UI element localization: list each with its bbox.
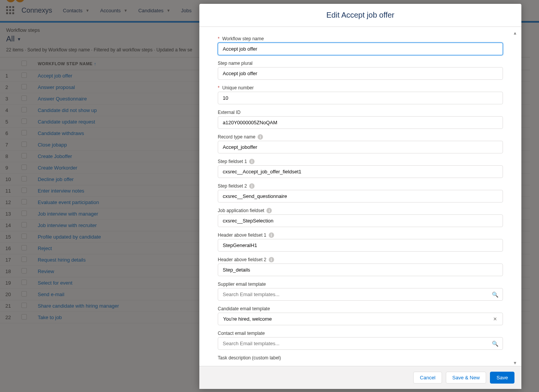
label-header2: Header above fieldset 2 (218, 257, 266, 262)
step-fieldset1-input[interactable] (218, 165, 503, 178)
unique-number-input[interactable] (218, 92, 503, 104)
edit-modal: Edit Accept job offer ▲ *Workflow step n… (199, 4, 521, 389)
info-icon[interactable]: i (266, 208, 272, 213)
candidate-email-lookup[interactable]: You're hired, welcome × (218, 313, 503, 325)
label-task-desc: Task description (custom label) (218, 355, 281, 361)
search-icon: 🔍 (492, 341, 498, 347)
label-unique-number: Unique number (222, 85, 254, 91)
info-icon[interactable]: i (269, 232, 274, 238)
record-type-input[interactable] (218, 141, 503, 153)
label-step-name: Workflow step name (222, 36, 264, 41)
supplier-email-lookup[interactable] (218, 288, 503, 301)
info-icon[interactable]: i (269, 257, 274, 262)
info-icon[interactable]: i (249, 159, 255, 164)
label-job-app-fieldset: Job application fieldset (218, 208, 264, 213)
contact-email-lookup[interactable] (218, 337, 503, 350)
cancel-button[interactable]: Cancel (413, 372, 442, 384)
modal-title: Edit Accept job offer (199, 4, 521, 27)
job-app-fieldset-input[interactable] (218, 214, 503, 227)
label-header1: Header above fieldset 1 (218, 232, 266, 238)
label-candidate-email: Candidate email template (218, 306, 270, 311)
workflow-step-name-input[interactable] (218, 43, 503, 55)
header2-input[interactable] (218, 264, 503, 276)
modal-body[interactable]: *Workflow step name Step name plural *Un… (199, 27, 521, 366)
search-icon: 🔍 (492, 292, 498, 298)
step-name-plural-input[interactable] (218, 67, 503, 80)
label-step-name-plural: Step name plural (218, 61, 253, 66)
label-contact-email: Contact email template (218, 331, 265, 336)
pill-value: You're hired, welcome (220, 315, 275, 323)
save-and-new-button[interactable]: Save & New (446, 372, 486, 384)
external-id-input[interactable] (218, 116, 503, 129)
clear-icon[interactable]: × (490, 316, 501, 323)
label-fieldset2: Step fieldset 2 (218, 183, 247, 189)
info-icon[interactable]: i (249, 183, 255, 189)
step-fieldset2-input[interactable] (218, 190, 503, 203)
scroll-down-icon: ▼ (513, 361, 518, 366)
save-button[interactable]: Save (490, 372, 514, 384)
label-record-type: Record type name (218, 134, 255, 140)
header1-input[interactable] (218, 239, 503, 252)
modal-footer: Cancel Save & New Save (199, 366, 521, 389)
label-supplier-email: Supplier email template (218, 282, 266, 287)
label-fieldset1: Step fieldset 1 (218, 159, 247, 164)
label-external-id: External ID (218, 110, 240, 115)
info-icon[interactable]: i (258, 134, 263, 140)
